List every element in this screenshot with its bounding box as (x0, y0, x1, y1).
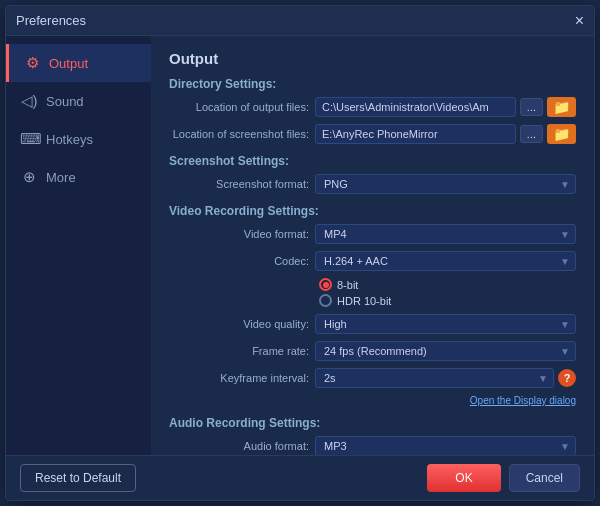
hdr-row: HDR 10-bit (319, 294, 391, 307)
output-path-field: C:\Users\Administrator\Videos\Am ... 📁 (315, 97, 576, 117)
output-icon: ⚙ (23, 54, 41, 72)
screenshot-files-row: Location of screenshot files: E:\AnyRec … (169, 124, 576, 144)
sidebar: ⚙ Output ◁) Sound ⌨ Hotkeys ⊕ More (6, 36, 151, 455)
quality-label: Video quality: (169, 318, 309, 330)
output-folder-button[interactable]: 📁 (547, 97, 576, 117)
page-title: Output (169, 50, 576, 67)
video-format-select[interactable]: MP4 MOV AVI (315, 224, 576, 244)
screenshot-format-select-wrap: PNG JPG BMP ▼ (315, 174, 576, 194)
footer-right: OK Cancel (427, 464, 580, 492)
bit8-radio[interactable] (319, 278, 332, 291)
screenshot-format-row: Screenshot format: PNG JPG BMP ▼ (169, 174, 576, 194)
codec-select-wrap: H.264 + AAC H.265 + AAC ▼ (315, 251, 576, 271)
display-dialog-link[interactable]: Open the Display dialog (169, 395, 576, 406)
video-format-row: Video format: MP4 MOV AVI ▼ (169, 224, 576, 244)
quality-select-wrap: High Medium Low ▼ (315, 314, 576, 334)
sound-icon: ◁) (20, 92, 38, 110)
bitdepth-row: 8-bit HDR 10-bit (169, 278, 576, 307)
screenshot-folder-button[interactable]: 📁 (547, 124, 576, 144)
codec-select[interactable]: H.264 + AAC H.265 + AAC (315, 251, 576, 271)
hotkeys-icon: ⌨ (20, 130, 38, 148)
framerate-row: Frame rate: 24 fps (Recommend) 30 fps 60… (169, 341, 576, 361)
content-area: ⚙ Output ◁) Sound ⌨ Hotkeys ⊕ More Outpu… (6, 36, 594, 455)
screenshot-format-select[interactable]: PNG JPG BMP (315, 174, 576, 194)
more-icon: ⊕ (20, 168, 38, 186)
screenshot-section-title: Screenshot Settings: (169, 154, 576, 168)
quality-select[interactable]: High Medium Low (315, 314, 576, 334)
titlebar: Preferences × (6, 6, 594, 36)
sidebar-label-more: More (46, 170, 76, 185)
framerate-label: Frame rate: (169, 345, 309, 357)
video-format-select-wrap: MP4 MOV AVI ▼ (315, 224, 576, 244)
close-button[interactable]: × (575, 13, 584, 29)
main-content: Output Directory Settings: Location of o… (151, 36, 594, 455)
hdr-radio[interactable] (319, 294, 332, 307)
sidebar-item-hotkeys[interactable]: ⌨ Hotkeys (6, 120, 151, 158)
reset-button[interactable]: Reset to Default (20, 464, 136, 492)
keyframe-select-wrap: 2s 5s 10s ▼ (315, 368, 554, 388)
footer: Reset to Default OK Cancel (6, 455, 594, 500)
cancel-button[interactable]: Cancel (509, 464, 580, 492)
sidebar-label-hotkeys: Hotkeys (46, 132, 93, 147)
framerate-select[interactable]: 24 fps (Recommend) 30 fps 60 fps (315, 341, 576, 361)
screenshot-files-label: Location of screenshot files: (169, 128, 309, 140)
ok-button[interactable]: OK (427, 464, 500, 492)
bit8-label: 8-bit (337, 279, 358, 291)
help-button[interactable]: ? (558, 369, 576, 387)
screenshot-format-label: Screenshot format: (169, 178, 309, 190)
keyframe-label: Keyframe interval: (169, 372, 309, 384)
audio-format-label: Audio format: (169, 440, 309, 452)
audio-format-select-wrap: MP3 AAC WAV ▼ (315, 436, 576, 455)
video-format-label: Video format: (169, 228, 309, 240)
sidebar-item-output[interactable]: ⚙ Output (6, 44, 151, 82)
keyframe-row: Keyframe interval: 2s 5s 10s ▼ ? (169, 368, 576, 388)
screenshot-dots-button[interactable]: ... (520, 125, 543, 143)
audio-format-row: Audio format: MP3 AAC WAV ▼ (169, 436, 576, 455)
audio-format-select[interactable]: MP3 AAC WAV (315, 436, 576, 455)
bit8-row: 8-bit (319, 278, 391, 291)
sidebar-item-more[interactable]: ⊕ More (6, 158, 151, 196)
codec-label: Codec: (169, 255, 309, 267)
bitdepth-group: 8-bit HDR 10-bit (319, 278, 391, 307)
framerate-select-wrap: 24 fps (Recommend) 30 fps 60 fps ▼ (315, 341, 576, 361)
output-files-label: Location of output files: (169, 101, 309, 113)
sidebar-label-sound: Sound (46, 94, 84, 109)
output-files-row: Location of output files: C:\Users\Admin… (169, 97, 576, 117)
screenshot-path-field: E:\AnyRec PhoneMirror ... 📁 (315, 124, 576, 144)
output-path-input[interactable]: C:\Users\Administrator\Videos\Am (315, 97, 516, 117)
keyframe-controls: 2s 5s 10s ▼ ? (315, 368, 576, 388)
codec-row: Codec: H.264 + AAC H.265 + AAC ▼ (169, 251, 576, 271)
video-section-title: Video Recording Settings: (169, 204, 576, 218)
keyframe-select[interactable]: 2s 5s 10s (315, 368, 554, 388)
preferences-window: Preferences × ⚙ Output ◁) Sound ⌨ Hotkey… (5, 5, 595, 501)
screenshot-path-input[interactable]: E:\AnyRec PhoneMirror (315, 124, 516, 144)
hdr-label: HDR 10-bit (337, 295, 391, 307)
output-dots-button[interactable]: ... (520, 98, 543, 116)
window-title: Preferences (16, 13, 86, 28)
directory-section-title: Directory Settings: (169, 77, 576, 91)
quality-row: Video quality: High Medium Low ▼ (169, 314, 576, 334)
sidebar-label-output: Output (49, 56, 88, 71)
audio-section-title: Audio Recording Settings: (169, 416, 576, 430)
sidebar-item-sound[interactable]: ◁) Sound (6, 82, 151, 120)
